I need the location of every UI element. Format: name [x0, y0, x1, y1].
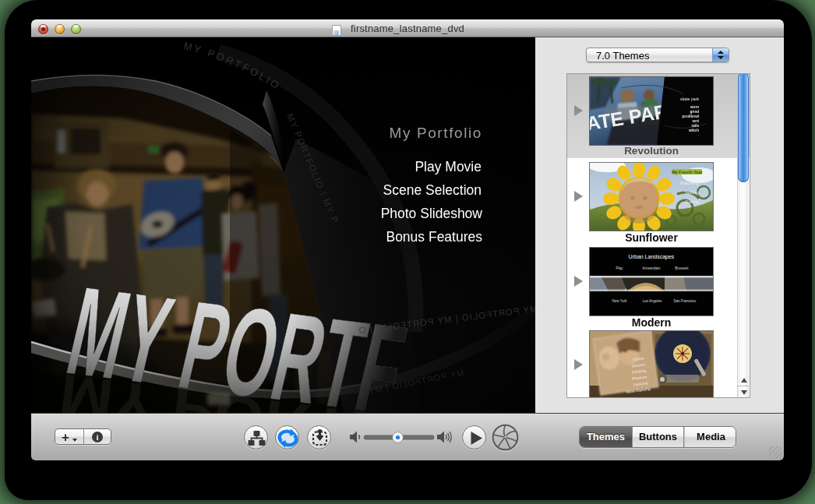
svg-text:grind: grind [690, 110, 700, 114]
svg-text:rails: rails [692, 124, 700, 128]
svg-text:San Francisco: San Francisco [674, 299, 697, 303]
svg-text:Scene Selection: Scene Selection [383, 182, 482, 198]
svg-text:Los Angeles: Los Angeles [643, 299, 662, 303]
svg-text:Bonus Features: Bonus Features [386, 229, 482, 245]
svg-text:Play Movie: Play Movie [415, 159, 482, 174]
svg-text:pool/bowl: pool/bowl [683, 115, 699, 118]
svg-text:New York: New York [612, 299, 627, 303]
svg-text:Eating: Eating [686, 199, 699, 204]
svg-text:Brussels: Brussels [675, 266, 689, 270]
svg-text:which: which [688, 129, 699, 132]
svg-text:worn: worn [690, 105, 699, 109]
svg-text:Play: Play [616, 266, 624, 270]
svg-text:Amsterdam: Amsterdam [642, 266, 660, 270]
svg-text:My Portfolio: My Portfolio [389, 125, 482, 141]
svg-text:Watching: Watching [679, 181, 699, 185]
svg-text:My Fourth Year: My Fourth Year [672, 170, 703, 174]
svg-text:Photo Slideshow: Photo Slideshow [381, 206, 483, 221]
svg-text:Talking: Talking [684, 190, 699, 195]
svg-text:Urban Landscapes: Urban Landscapes [629, 254, 675, 260]
svg-text:skate park: skate park [680, 97, 699, 101]
svg-text:vert: vert [693, 119, 700, 123]
